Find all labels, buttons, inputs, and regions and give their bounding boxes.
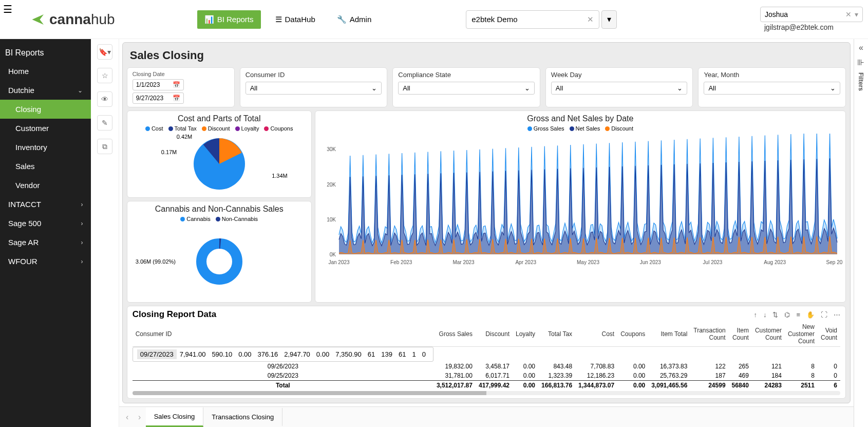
column-header[interactable]: Gross Sales [433, 322, 476, 347]
filters-icon[interactable]: ⊪ [857, 58, 864, 67]
column-header[interactable]: Discount [476, 322, 513, 347]
column-header[interactable]: Coupons [617, 322, 648, 347]
chevron-right-icon: › [81, 239, 83, 246]
bookmark-icon[interactable]: 🔖▾ [97, 44, 112, 60]
report-tabs: ‹ › Sales Closing Transactions Closing [119, 406, 854, 427]
clear-icon[interactable]: ✕ [845, 10, 852, 18]
sidebar-item-inventory[interactable]: Inventory [0, 138, 91, 157]
data-table[interactable]: Consumer IDGross SalesDiscountLoyaltyTot… [133, 322, 840, 390]
calendar-icon: 📅 [173, 81, 180, 88]
filter-icon[interactable]: ≡ [796, 311, 800, 319]
svg-text:Jun 2023: Jun 2023 [639, 259, 661, 265]
sidebar-item-closing[interactable]: Closing [0, 100, 91, 119]
date-from-input[interactable]: 1/1/2023📅 [133, 79, 184, 90]
table-title: Closing Report Data [133, 309, 216, 320]
collapse-icon[interactable]: « [859, 43, 863, 52]
chart-bar-icon: 📊 [204, 15, 214, 24]
table-row[interactable]: 09/26/202319,832.003,458.170.00843.487,7… [133, 362, 840, 371]
sidebar-item-home[interactable]: Home [0, 62, 91, 81]
column-header[interactable]: Transaction Count [690, 322, 728, 347]
column-header[interactable]: Item Total [648, 322, 690, 347]
column-header[interactable]: Item Count [729, 322, 752, 347]
svg-text:0K: 0K [329, 252, 336, 257]
sort-icon[interactable]: ⇅ [772, 311, 778, 319]
legend: Gross Sales Net Sales Discount [318, 125, 842, 132]
column-header[interactable]: New Customer Count [785, 322, 818, 347]
sidebar-item-intacct[interactable]: INTACCT› [0, 195, 91, 214]
year-month-select[interactable]: All⌄ [704, 82, 840, 95]
svg-text:30K: 30K [327, 146, 336, 152]
week-day-select[interactable]: All⌄ [551, 82, 688, 95]
chevron-down-icon: ⌄ [371, 84, 377, 92]
svg-text:May 2023: May 2023 [577, 259, 599, 265]
filters-label[interactable]: Filters [857, 72, 864, 91]
svg-text:20K: 20K [327, 182, 336, 188]
list-icon: ☰ [275, 15, 282, 24]
wrench-icon: 🔧 [337, 15, 347, 24]
tab-prev-icon[interactable]: ‹ [121, 413, 134, 422]
more-icon[interactable]: ⋯ [834, 311, 840, 319]
top-nav: 📊 BI Reports ☰ DataHub 🔧 Admin [197, 10, 379, 29]
tab-transactions-closing[interactable]: Transactions Closing [203, 408, 282, 426]
sidebar-header: BI Reports [0, 44, 91, 62]
legend: Cost Total Tax Discount Loyalty Coupons [145, 125, 293, 132]
chart-cost-parts[interactable]: Cost and Parts of Total Cost Total Tax D… [127, 110, 312, 198]
pencil-icon[interactable]: ✎ [97, 115, 112, 131]
sidebar-item-dutchie[interactable]: Dutchie⌄ [0, 81, 91, 100]
chevron-down-icon: ⌄ [78, 87, 83, 94]
tab-sales-closing[interactable]: Sales Closing [146, 407, 204, 427]
topbar: cannahub 📊 BI Reports ☰ DataHub 🔧 Admin … [0, 0, 868, 39]
sidebar-item-customer[interactable]: Customer [0, 119, 91, 138]
arrow-down-icon[interactable]: ↓ [763, 311, 767, 319]
sidebar-item-sales[interactable]: Sales [0, 157, 91, 176]
sidebar-item-wfour[interactable]: WFOUR› [0, 252, 91, 271]
chevron-down-icon[interactable]: ▾ [855, 10, 858, 18]
svg-text:Jul 2023: Jul 2023 [703, 259, 722, 265]
user-select[interactable]: Joshua ✕ ▾ [760, 7, 863, 22]
hierarchy-icon[interactable]: ⌬ [784, 311, 790, 319]
filter-row: Closing Date 1/1/2023📅 9/27/2023📅 Consum… [127, 67, 846, 107]
date-to-input[interactable]: 9/27/2023📅 [133, 92, 184, 104]
filter-consumer-id: Consumer ID All⌄ [240, 67, 388, 107]
column-header[interactable]: Consumer ID [133, 322, 433, 347]
user-email: jgilstrap@e2btek.com [760, 22, 863, 32]
compliance-state-select[interactable]: All⌄ [398, 82, 535, 95]
chevron-down-icon: ⌄ [830, 84, 836, 92]
column-header[interactable]: Cost [575, 322, 617, 347]
column-header[interactable]: Void Count [818, 322, 840, 347]
tab-next-icon[interactable]: › [134, 413, 146, 422]
svg-text:Aug 2023: Aug 2023 [764, 259, 786, 265]
sidebar-item-vendor[interactable]: Vendor [0, 176, 91, 195]
column-header[interactable]: Total Tax [538, 322, 575, 347]
tab-admin[interactable]: 🔧 Admin [330, 10, 379, 29]
table-total-row: Total3,512,017.87417,999.420.00166,813.7… [133, 381, 840, 391]
tab-datahub[interactable]: ☰ DataHub [268, 10, 323, 29]
tab-bi-reports[interactable]: 📊 BI Reports [197, 10, 261, 29]
hamburger-icon[interactable]: ☰ [3, 3, 12, 15]
legend: Cannabis Non-Cannabis [180, 216, 258, 222]
chart-gross-net-sales[interactable]: Gross and Net Sales by Date Gross Sales … [315, 110, 846, 303]
horizontal-scrollbar[interactable] [133, 391, 840, 395]
main: Sales Closing Closing Date 1/1/2023📅 9/2… [119, 39, 854, 427]
table-row[interactable]: 09/25/202331,781.006,017.710.001,323.391… [133, 371, 840, 381]
tenant-dropdown-button[interactable]: ▾ [601, 10, 617, 29]
tenant-select[interactable]: e2btek Demo ✕ [466, 10, 599, 29]
chevron-right-icon: › [81, 201, 83, 208]
column-header[interactable]: Loyalty [513, 322, 538, 347]
expand-icon[interactable]: ⛶ [821, 311, 827, 319]
star-icon[interactable]: ☆ [97, 68, 112, 83]
dashboard: Sales Closing Closing Date 1/1/2023📅 9/2… [122, 42, 851, 403]
copy-icon[interactable]: ⧉ [97, 139, 112, 154]
chart-cannabis-sales[interactable]: Cannabis and Non-Cannabis Sales Cannabis… [127, 201, 312, 303]
hand-icon[interactable]: ✋ [806, 311, 815, 319]
clear-icon[interactable]: ✕ [587, 15, 594, 24]
svg-text:Apr 2023: Apr 2023 [515, 259, 536, 265]
sidebar-item-sage500[interactable]: Sage 500› [0, 214, 91, 233]
eye-off-icon[interactable]: 👁 [97, 91, 112, 107]
table-row[interactable]: 09/27/20237,941.00590.100.00376.162,947.… [133, 347, 433, 362]
consumer-id-select[interactable]: All⌄ [246, 82, 382, 95]
sidebar-item-sagear[interactable]: Sage AR› [0, 233, 91, 252]
arrow-up-icon[interactable]: ↑ [753, 311, 757, 319]
column-header[interactable]: Customer Count [752, 322, 785, 347]
logo: cannahub [31, 11, 115, 28]
